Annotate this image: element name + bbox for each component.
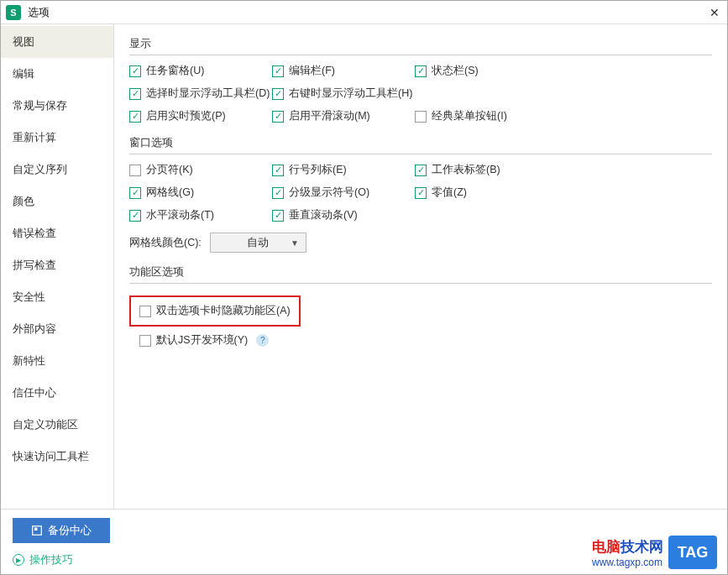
sidebar-item-8[interactable]: 安全性: [1, 281, 113, 313]
checkbox-label: 水平滚动条(T): [146, 208, 214, 222]
checkbox-icon: [272, 165, 284, 176]
group-display: 显示 任务窗格(U)编辑栏(F)状态栏(S)选择时显示浮动工具栏(D)右键时显示…: [129, 36, 712, 123]
group-window: 窗口选项 分页符(K)行号列标(E)工作表标签(B)网格线(G)分级显示符号(O…: [129, 135, 712, 253]
group-display-title: 显示: [129, 36, 712, 51]
checkbox-icon: [139, 306, 151, 317]
sidebar-item-6[interactable]: 错误检查: [1, 217, 113, 249]
checkbox-display-4[interactable]: 右键时显示浮动工具栏(H): [272, 86, 415, 101]
checkbox-window-6[interactable]: 水平滚动条(T): [129, 208, 272, 222]
checkbox-display-1[interactable]: 编辑栏(F): [272, 64, 415, 78]
content-panel: 显示 任务窗格(U)编辑栏(F)状态栏(S)选择时显示浮动工具栏(D)右键时显示…: [114, 24, 727, 509]
checkbox-window-0[interactable]: 分页符(K): [129, 163, 272, 177]
group-window-title: 窗口选项: [129, 135, 712, 150]
checkbox-label: 网格线(G): [146, 186, 194, 200]
checkbox-icon: [272, 88, 284, 100]
checkbox-label: 零值(Z): [432, 186, 467, 200]
checkbox-window-3[interactable]: 网格线(G): [129, 186, 272, 200]
window-title: 选项: [28, 5, 707, 20]
checkbox-window-1[interactable]: 行号列标(E): [272, 163, 415, 177]
checkbox-label: 经典菜单按钮(I): [432, 109, 507, 123]
checkbox-icon: [129, 65, 141, 77]
checkbox-display-3[interactable]: 选择时显示浮动工具栏(D): [129, 86, 272, 101]
checkbox-label: 启用平滑滚动(M): [289, 109, 370, 123]
checkbox-icon: [415, 111, 427, 123]
group-ribbon: 功能区选项 双击选项卡时隐藏功能区(A) 默认JS开发环境(Y) ?: [129, 264, 712, 348]
group-ribbon-title: 功能区选项: [129, 264, 712, 280]
sidebar-item-10[interactable]: 新特性: [1, 345, 113, 377]
sidebar-item-13[interactable]: 快速访问工具栏: [1, 441, 113, 473]
checkbox-window-4[interactable]: 分级显示符号(O): [272, 186, 415, 200]
checkbox-icon: [415, 165, 427, 176]
checkbox-icon: [272, 187, 284, 199]
sidebar-item-11[interactable]: 信任中心: [1, 377, 113, 409]
checkbox-icon: [129, 187, 141, 199]
checkbox-label: 分级显示符号(O): [289, 186, 369, 200]
sidebar-item-7[interactable]: 拼写检查: [1, 249, 113, 281]
checkbox-icon: [272, 111, 284, 123]
tips-label: 操作技巧: [29, 552, 73, 567]
help-icon[interactable]: ?: [256, 334, 269, 347]
sidebar: 视图编辑常规与保存重新计算自定义序列颜色错误检查拼写检查安全性外部内容新特性信任…: [1, 24, 114, 509]
watermark-text-blue: 技术网: [621, 539, 663, 555]
close-button[interactable]: ✕: [707, 5, 722, 20]
highlight-box: 双击选项卡时隐藏功能区(A): [129, 295, 301, 327]
checkbox-icon: [272, 65, 284, 77]
checkbox-label: 状态栏(S): [432, 64, 479, 78]
sidebar-item-12[interactable]: 自定义功能区: [1, 409, 113, 441]
watermark-text-red: 电脑: [592, 539, 621, 555]
checkbox-label: 编辑栏(F): [289, 64, 335, 78]
checkbox-label: 双击选项卡时隐藏功能区(A): [156, 304, 291, 318]
titlebar: S 选项 ✕: [1, 1, 727, 24]
checkbox-display-2[interactable]: 状态栏(S): [415, 64, 558, 78]
backup-icon: [31, 525, 43, 536]
chevron-down-icon: ▼: [291, 238, 299, 248]
checkbox-label: 分页符(K): [146, 163, 193, 177]
checkbox-window-5[interactable]: 零值(Z): [415, 186, 558, 200]
gridcolor-select[interactable]: 自动 ▼: [210, 233, 306, 253]
checkbox-label: 任务窗格(U): [146, 64, 204, 78]
checkbox-label: 右键时显示浮动工具栏(H): [289, 86, 412, 101]
watermark: 电脑技术网 www.tagxp.com TAG: [592, 536, 717, 569]
checkbox-icon: [129, 165, 141, 176]
backup-center-button[interactable]: 备份中心: [13, 518, 110, 543]
checkbox-label: 垂直滚动条(V): [289, 208, 358, 222]
checkbox-label: 选择时显示浮动工具栏(D): [146, 86, 270, 101]
checkbox-label: 行号列标(E): [289, 163, 347, 177]
watermark-tag: TAG: [668, 536, 717, 569]
svg-rect-1: [34, 528, 38, 531]
checkbox-icon: [272, 210, 284, 222]
checkbox-hide-ribbon-dblclick[interactable]: 双击选项卡时隐藏功能区(A): [139, 304, 291, 318]
sidebar-item-0[interactable]: 视图: [1, 26, 113, 58]
gridcolor-value: 自动: [247, 236, 269, 250]
checkbox-icon: [139, 335, 151, 347]
checkbox-icon: [129, 210, 141, 222]
checkbox-display-8[interactable]: 经典菜单按钮(I): [415, 109, 558, 123]
checkbox-icon: [129, 88, 141, 100]
sidebar-item-4[interactable]: 自定义序列: [1, 154, 113, 186]
sidebar-item-1[interactable]: 编辑: [1, 58, 113, 90]
checkbox-icon: [415, 65, 427, 77]
checkbox-window-7[interactable]: 垂直滚动条(V): [272, 208, 415, 222]
sidebar-item-5[interactable]: 颜色: [1, 186, 113, 217]
checkbox-label: 启用实时预览(P): [146, 109, 226, 123]
checkbox-window-2[interactable]: 工作表标签(B): [415, 163, 558, 177]
checkbox-icon: [415, 187, 427, 199]
sidebar-item-3[interactable]: 重新计算: [1, 122, 113, 154]
backup-center-label: 备份中心: [48, 523, 92, 538]
play-icon: ▶: [13, 554, 24, 566]
checkbox-display-7[interactable]: 启用平滑滚动(M): [272, 109, 415, 123]
gridcolor-label: 网格线颜色(C):: [129, 236, 202, 250]
checkbox-display-6[interactable]: 启用实时预览(P): [129, 109, 272, 123]
watermark-url: www.tagxp.com: [592, 557, 663, 568]
checkbox-display-0[interactable]: 任务窗格(U): [129, 64, 272, 78]
checkbox-label: 工作表标签(B): [432, 163, 500, 177]
checkbox-icon: [129, 111, 141, 123]
sidebar-item-9[interactable]: 外部内容: [1, 313, 113, 345]
checkbox-default-js-env[interactable]: 默认JS开发环境(Y): [139, 333, 248, 348]
checkbox-label: 默认JS开发环境(Y): [156, 333, 248, 348]
app-icon: S: [6, 5, 21, 20]
footer: 备份中心 ▶ 操作技巧 电脑技术网 www.tagxp.com TAG: [1, 509, 727, 574]
sidebar-item-2[interactable]: 常规与保存: [1, 90, 113, 122]
